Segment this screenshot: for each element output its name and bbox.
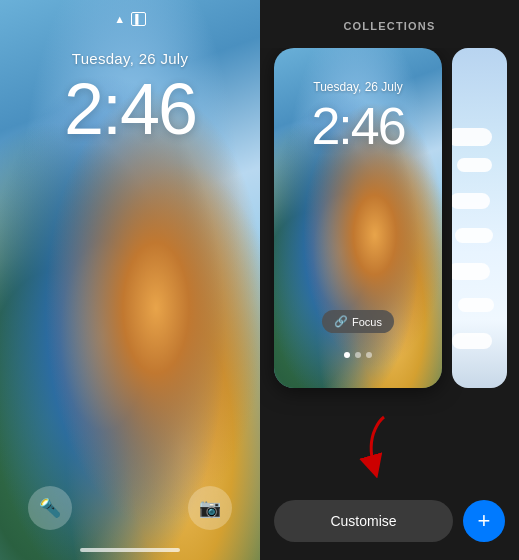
cloud-3 [452, 193, 490, 209]
battery-icon: ▌ [131, 12, 145, 26]
wifi-icon: ▲ [114, 13, 125, 25]
status-bar: ▲ ▌ [0, 12, 260, 26]
add-button[interactable]: + [463, 500, 505, 542]
dot-2 [355, 352, 361, 358]
red-arrow [354, 412, 414, 482]
card-date: Tuesday, 26 July [274, 80, 442, 94]
cloud-1 [452, 128, 492, 146]
camera-button[interactable]: 📷 [188, 486, 232, 530]
cloud-7 [452, 333, 492, 349]
cloud-2 [457, 158, 492, 172]
camera-icon: 📷 [199, 497, 221, 519]
bottom-controls: 🔦 📷 [0, 486, 260, 530]
torch-icon: 🔦 [39, 497, 61, 519]
cloud-6 [458, 298, 494, 312]
lock-screen-panel: ▲ ▌ Tuesday, 26 July 2:46 🔦 📷 [0, 0, 260, 560]
cloud-5 [452, 263, 490, 280]
bottom-bar: Customise + [274, 500, 505, 542]
customise-button[interactable]: Customise [274, 500, 453, 542]
collection-card-main[interactable]: Tuesday, 26 July 2:46 🔗 Focus [274, 48, 442, 388]
focus-label: Focus [352, 316, 382, 328]
lock-screen-time: 2:46 [0, 68, 260, 150]
lock-screen-date: Tuesday, 26 July [0, 50, 260, 67]
cloud-background [452, 48, 507, 388]
torch-button[interactable]: 🔦 [28, 486, 72, 530]
home-indicator[interactable] [80, 548, 180, 552]
dot-3 [366, 352, 372, 358]
collections-title: COLLECTIONS [343, 20, 435, 32]
collections-scroll-area[interactable]: Tuesday, 26 July 2:46 🔗 Focus [260, 48, 519, 560]
dots-indicator [344, 352, 372, 358]
card-time: 2:46 [274, 96, 442, 156]
collection-card-small[interactable] [452, 48, 507, 388]
focus-icon: 🔗 [334, 315, 348, 328]
cloud-4 [455, 228, 493, 243]
focus-badge: 🔗 Focus [322, 310, 394, 333]
dot-1 [344, 352, 350, 358]
collections-panel: COLLECTIONS Tuesday, 26 July 2:46 🔗 Focu… [260, 0, 519, 560]
